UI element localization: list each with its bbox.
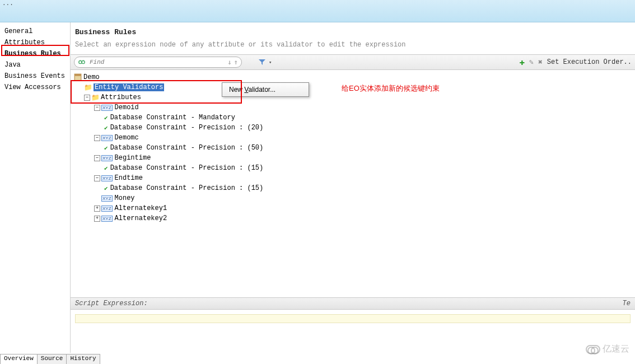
constraint-row[interactable]: ✔ Database Constraint - Mandatory [74,113,632,123]
attr-alternatekey2[interactable]: + XYZ Alternatekey2 [74,213,632,223]
constraint-row[interactable]: ✔ Database Constraint - Precision : (15) [74,183,632,193]
script-line[interactable] [75,314,631,323]
attributes-label: Attributes [101,94,141,101]
watermark-text: 亿速云 [603,343,629,355]
attr-label: Alternatekey2 [115,214,167,222]
sidebar-item-attributes[interactable]: Attributes [0,37,70,48]
constraint-row[interactable]: ✔ Database Constraint - Precision : (50) [74,143,632,153]
sidebar-item-business-rules[interactable]: Business Rules [0,48,70,59]
script-panel: Script Expression: Te [71,298,635,353]
tab-history[interactable]: History [66,354,100,364]
sidebar-item-java[interactable]: Java [0,59,70,71]
check-icon: ✔ [104,114,108,122]
sidebar-item-general[interactable]: General [0,26,70,37]
folder-icon: 📁 [84,83,92,91]
column-icon: XYZ [101,175,113,181]
check-icon: ✔ [104,165,108,172]
menu-new-validator[interactable]: New Validator... [222,83,309,96]
column-icon: XYZ [101,105,113,111]
edit-icon[interactable]: ✎ [529,58,534,67]
column-icon: XYZ [101,195,113,202]
attr-begintime[interactable]: − XYZ Begintime [74,153,632,163]
check-icon: ✔ [104,124,108,132]
check-icon: ✔ [104,185,108,192]
constraint-label: Database Constraint - Precision : (50) [110,144,264,152]
add-icon[interactable]: ✚ [519,57,525,68]
attributes-node[interactable]: − 📁 Attributes [74,92,632,102]
attr-label: Money [115,194,135,202]
context-menu: New Validator... [222,82,309,97]
constraint-row[interactable]: ✔ Database Constraint - Precision : (20) [74,123,632,133]
watermark-logo-icon [586,345,600,354]
search-box[interactable]: ⇓ ⇑ [74,57,242,68]
binoculars-icon [78,58,86,66]
constraint-label: Database Constraint - Precision : (15) [110,184,264,192]
constraint-row[interactable]: ✔ Database Constraint - Precision : (15) [74,163,632,173]
sidebar-item-view-accessors[interactable]: View Accessors [0,82,70,93]
app-title-fragment: ... [2,0,13,7]
column-icon: XYZ [101,135,113,141]
collapse-toggle[interactable]: − [94,105,100,111]
script-title: Script Expression: [75,300,148,307]
search-input[interactable] [90,59,226,66]
attr-endtime[interactable]: − XYZ Endtime [74,173,632,183]
find-prev-icon[interactable]: ⇑ [234,58,238,67]
page-title: Business Rules [75,28,631,36]
filter-dropdown-icon[interactable]: ▾ [269,59,272,66]
attr-alternatekey1[interactable]: + XYZ Alternatekey1 [74,203,632,213]
script-right-label: Te [623,300,631,307]
find-next-icon[interactable]: ⇓ [228,58,232,67]
attr-label: Alternatekey1 [115,204,167,212]
column-icon: XYZ [101,155,113,161]
attr-label: Demomc [115,134,139,142]
svg-rect-2 [80,60,81,62]
attr-label: Demoid [115,104,139,111]
toolbar: ⇓ ⇑ ▾ ✚ ✎ ✖ Set Execution Order.. [71,54,635,70]
filter-icon[interactable] [258,58,267,67]
expand-toggle[interactable]: + [94,206,100,212]
tree-area: Demo 📁 Entity Validators − 📁 Attributes … [71,70,635,298]
page-subtitle: Select an expression node of any attribu… [75,41,631,49]
attr-demomc[interactable]: − XYZ Demomc [74,133,632,143]
svg-rect-5 [74,74,81,76]
tree-root[interactable]: Demo [74,72,632,82]
expand-toggle[interactable]: + [94,216,100,222]
constraint-label: Database Constraint - Precision : (15) [110,164,264,172]
entity-icon [74,73,82,81]
folder-icon: 📁 [91,94,99,101]
attr-label: Begintime [115,154,151,162]
title-bar: ... [0,0,635,22]
sidebar-item-business-events[interactable]: Business Events [0,71,70,82]
tree-root-label: Demo [83,73,100,81]
constraint-label: Database Constraint - Precision : (20) [110,124,264,132]
annotation-text: 给EO实体添加新的候选键约束 [342,83,440,94]
attr-money[interactable]: XYZ Money [74,193,632,203]
left-sidebar: General Attributes Business Rules Java B… [0,22,71,353]
column-icon: XYZ [101,206,113,212]
collapse-toggle[interactable]: − [94,175,100,181]
svg-rect-3 [83,60,84,62]
constraint-label: Database Constraint - Mandatory [110,114,235,122]
collapse-toggle[interactable]: − [94,135,100,141]
set-execution-order-button[interactable]: Set Execution Order.. [547,58,632,66]
content-panel: Business Rules Select an expression node… [71,22,635,353]
bottom-tabs: Overview Source History [0,354,100,364]
watermark: 亿速云 [586,343,629,355]
tab-overview[interactable]: Overview [0,354,38,364]
collapse-toggle[interactable]: − [84,95,90,101]
entity-validators-label: Entity Validators [94,83,164,91]
delete-icon[interactable]: ✖ [538,58,543,67]
collapse-toggle[interactable]: − [94,155,100,161]
column-icon: XYZ [101,216,113,222]
attr-demoid[interactable]: − XYZ Demoid [74,102,632,113]
tab-source[interactable]: Source [37,354,67,364]
attr-label: Endtime [115,174,143,182]
check-icon: ✔ [104,144,108,152]
